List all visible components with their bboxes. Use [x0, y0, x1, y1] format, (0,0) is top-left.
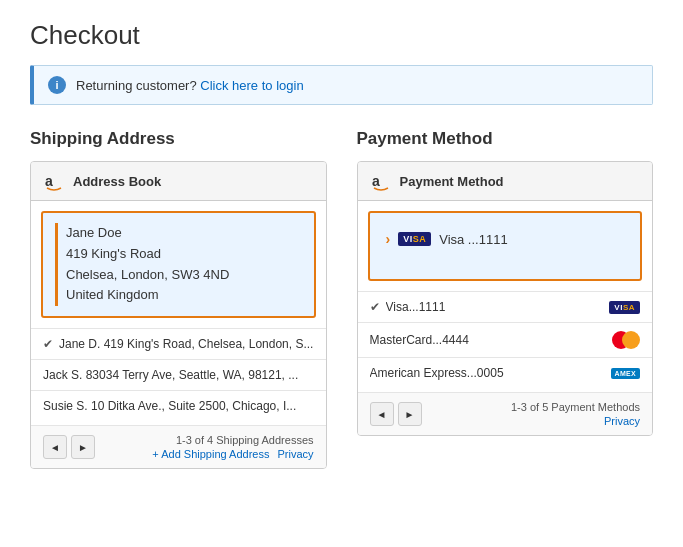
- main-columns: Shipping Address a Address Book Jane Doe…: [30, 129, 653, 469]
- shipping-widget-header: a Address Book: [31, 162, 326, 201]
- shipping-item-2-label: Jack S. 83034 Terry Ave, Seattle, WA, 98…: [43, 368, 314, 382]
- payment-next-btn[interactable]: ►: [398, 402, 422, 426]
- mastercard-logo: [612, 331, 640, 349]
- shipping-item-3[interactable]: Susie S. 10 Ditka Ave., Suite 2500, Chic…: [31, 391, 326, 421]
- add-shipping-link[interactable]: + Add Shipping Address: [152, 448, 269, 460]
- selected-payment: › VISA Visa ...1111: [382, 223, 629, 255]
- shipping-item-1[interactable]: ✔ Jane D. 419 King's Road, Chelsea, Lond…: [31, 329, 326, 360]
- payment-section-title: Payment Method: [357, 129, 654, 149]
- amex-logo: AMEX: [611, 368, 640, 379]
- payment-widget-title: Payment Method: [400, 174, 504, 189]
- payment-item-2[interactable]: MasterCard...4444: [358, 323, 653, 358]
- shipping-privacy-link[interactable]: Privacy: [277, 448, 313, 460]
- shipping-item-2[interactable]: Jack S. 83034 Terry Ave, Seattle, WA, 98…: [31, 360, 326, 391]
- shipping-prev-btn[interactable]: ◄: [43, 435, 67, 459]
- payment-footer: ◄ ► 1-3 of 5 Payment Methods Privacy: [358, 392, 653, 435]
- payment-selected-box: › VISA Visa ...1111: [368, 211, 643, 281]
- check-icon-1: ✔: [43, 337, 53, 351]
- payment-selected-arrow: ›: [386, 231, 391, 247]
- payment-item-3-label: American Express...0005: [370, 366, 603, 380]
- payment-item-1-label: Visa...1111: [386, 300, 602, 314]
- shipping-column: Shipping Address a Address Book Jane Doe…: [30, 129, 327, 469]
- selected-address: Jane Doe 419 King's Road Chelsea, London…: [55, 223, 302, 306]
- shipping-section-title: Shipping Address: [30, 129, 327, 149]
- shipping-pagination: ◄ ►: [43, 435, 95, 459]
- check-icon-payment-1: ✔: [370, 300, 380, 314]
- info-icon: i: [48, 76, 66, 94]
- shipping-list: ✔ Jane D. 419 King's Road, Chelsea, Lond…: [31, 328, 326, 421]
- visa-mini-logo: VISA: [398, 232, 431, 246]
- address-name: Jane Doe: [66, 223, 302, 244]
- address-line3: United Kingdom: [66, 285, 302, 306]
- svg-text:a: a: [372, 173, 380, 189]
- info-banner: i Returning customer? Click here to logi…: [30, 65, 653, 105]
- payment-item-2-label: MasterCard...4444: [370, 333, 605, 347]
- shipping-widget: a Address Book Jane Doe 419 King's Road …: [30, 161, 327, 469]
- payment-widget: a Payment Method › VISA Visa ...1111 ✔: [357, 161, 654, 436]
- shipping-selected-box: Jane Doe 419 King's Road Chelsea, London…: [41, 211, 316, 318]
- shipping-widget-title: Address Book: [73, 174, 161, 189]
- payment-widget-header: a Payment Method: [358, 162, 653, 201]
- payment-pagination: ◄ ►: [370, 402, 422, 426]
- banner-text: Returning customer? Click here to login: [76, 78, 304, 93]
- login-link[interactable]: Click here to login: [200, 78, 303, 93]
- payment-column: Payment Method a Payment Method › VISA V…: [357, 129, 654, 469]
- shipping-pagination-text: 1-3 of 4 Shipping Addresses: [176, 434, 314, 446]
- payment-item-1[interactable]: ✔ Visa...1111 VISA: [358, 292, 653, 323]
- payment-list: ✔ Visa...1111 VISA MasterCard...4444: [358, 291, 653, 388]
- shipping-item-1-label: Jane D. 419 King's Road, Chelsea, London…: [59, 337, 314, 351]
- payment-item-3[interactable]: American Express...0005 AMEX: [358, 358, 653, 388]
- address-line2: Chelsea, London, SW3 4ND: [66, 265, 302, 286]
- visa-card-logo: VISA: [609, 301, 640, 314]
- shipping-item-3-label: Susie S. 10 Ditka Ave., Suite 2500, Chic…: [43, 399, 314, 413]
- page-title: Checkout: [30, 20, 653, 51]
- selected-payment-label: Visa ...1111: [439, 232, 507, 247]
- shipping-footer: ◄ ► 1-3 of 4 Shipping Addresses + Add Sh…: [31, 425, 326, 468]
- payment-prev-btn[interactable]: ◄: [370, 402, 394, 426]
- address-line1: 419 King's Road: [66, 244, 302, 265]
- amazon-logo-payment: a: [370, 170, 392, 192]
- shipping-next-btn[interactable]: ►: [71, 435, 95, 459]
- amazon-logo-shipping: a: [43, 170, 65, 192]
- payment-privacy-link[interactable]: Privacy: [604, 415, 640, 427]
- svg-text:a: a: [45, 173, 53, 189]
- payment-pagination-text: 1-3 of 5 Payment Methods: [511, 401, 640, 413]
